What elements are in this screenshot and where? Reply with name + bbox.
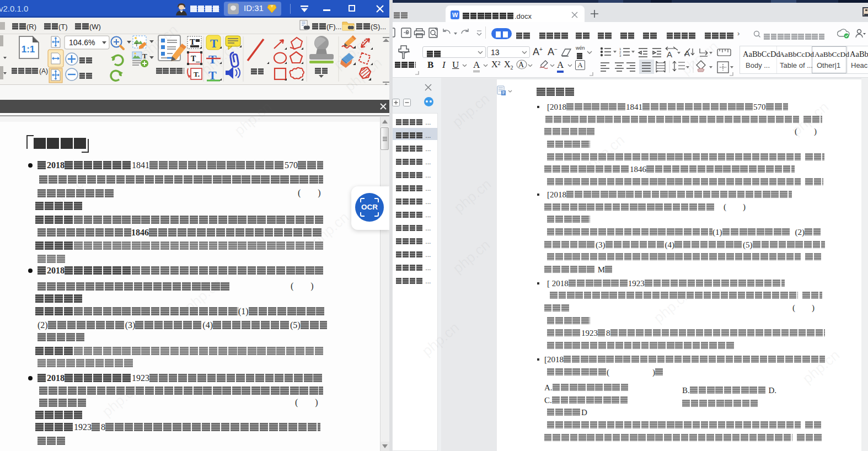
svg-text:3: 3 [619, 54, 621, 57]
svg-text:T: T [190, 37, 195, 46]
svg-text:T: T [210, 37, 218, 50]
svg-text:T: T [135, 42, 138, 47]
svg-text:A: A [518, 61, 524, 69]
svg-text:104.6%: 104.6% [69, 38, 95, 47]
svg-text:1:1: 1:1 [22, 44, 35, 55]
svg-text:T_: T_ [191, 55, 200, 63]
svg-text:T.: T. [194, 70, 200, 78]
svg-text:A: A [667, 50, 672, 59]
svg-text:T: T [208, 52, 217, 66]
svg-text:T: T [142, 52, 147, 60]
